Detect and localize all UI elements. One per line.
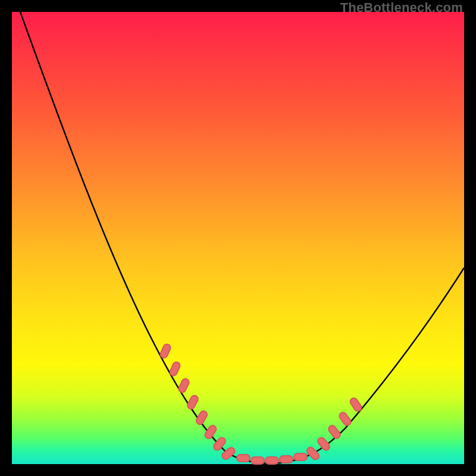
bottleneck-curve xyxy=(20,12,464,464)
marker xyxy=(265,457,278,464)
marker xyxy=(169,361,181,377)
marker xyxy=(251,457,264,464)
plot-area xyxy=(12,12,464,464)
marker xyxy=(280,456,293,463)
marker xyxy=(159,343,172,359)
marker xyxy=(327,424,342,440)
marker xyxy=(294,453,307,461)
marker xyxy=(338,411,352,427)
marker xyxy=(186,394,199,411)
marker xyxy=(237,455,250,462)
markers-right-group xyxy=(305,397,362,461)
markers-left-group xyxy=(159,343,236,461)
marker xyxy=(195,410,208,426)
chart-frame: TheBottleneck.com xyxy=(0,0,476,476)
marker xyxy=(203,424,217,440)
chart-svg xyxy=(12,12,464,464)
marker xyxy=(349,397,362,413)
markers-bottom-group xyxy=(237,453,307,464)
marker xyxy=(305,446,320,461)
marker xyxy=(317,436,331,452)
marker xyxy=(177,378,190,394)
